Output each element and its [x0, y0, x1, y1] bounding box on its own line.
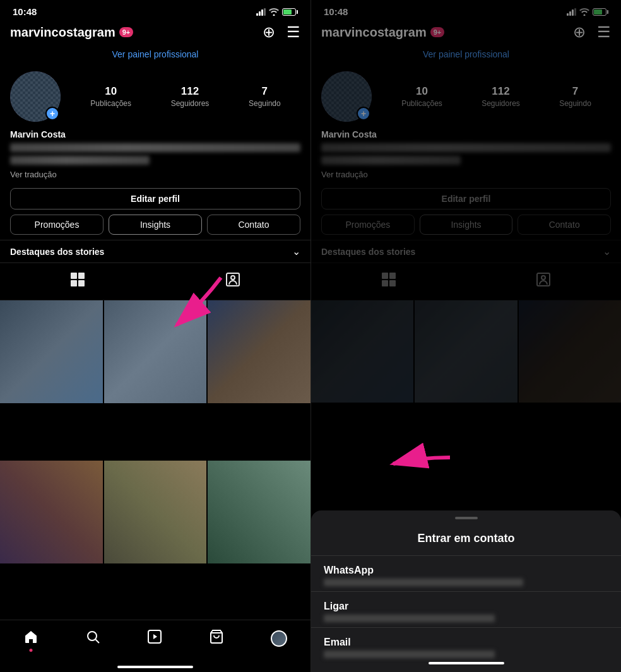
notification-badge-left[interactable]: 9+ [119, 27, 134, 37]
reels-icon [147, 629, 162, 644]
action-buttons-left: Editar perfil Promoções Insights Contato [0, 186, 310, 240]
right-phone-panel: 10:48 marvincostagram 9+ ⊕ ☰ [310, 0, 621, 672]
followers-label-left: Seguidores [171, 99, 210, 108]
header-icons-left: ⊕ ☰ [263, 25, 300, 40]
feed-cell-2[interactable] [104, 300, 207, 403]
insights-button-left[interactable]: Insights [109, 215, 202, 235]
svg-rect-2 [71, 280, 77, 286]
following-label-left: Seguindo [249, 99, 281, 108]
svg-marker-9 [153, 634, 157, 639]
feed-cell-1[interactable] [0, 300, 103, 403]
status-icons-left [256, 8, 298, 16]
ver-traducao-left[interactable]: Ver tradução [0, 167, 310, 186]
nav-profile-button-left[interactable] [264, 628, 293, 649]
svg-rect-1 [78, 273, 85, 279]
nav-home-button-left[interactable] [17, 627, 45, 651]
contact-option-whatsapp[interactable]: WhatsApp [311, 555, 621, 591]
username-text-left: marvincostagram [10, 25, 115, 40]
sheet-handle [455, 517, 478, 519]
stat-following-left[interactable]: 7 Seguindo [249, 85, 281, 108]
stat-followers-left[interactable]: 112 Seguidores [171, 85, 210, 108]
whatsapp-label: WhatsApp [324, 565, 608, 576]
destaques-row-left[interactable]: Destaques dos stories ⌄ [0, 240, 310, 262]
pro-panel-link-left[interactable]: Ver painel profissional [0, 46, 310, 66]
tab-icons-row-left [0, 262, 310, 300]
shop-icon [209, 629, 224, 644]
nav-shop-button-left[interactable] [203, 627, 230, 651]
destaques-label-left: Destaques dos stories [10, 247, 104, 257]
stats-row-left: 10 Publicações 112 Seguidores 7 Seguindo [71, 85, 300, 108]
feed-cell-5[interactable] [104, 461, 207, 563]
promocoes-button-left[interactable]: Promoções [10, 215, 104, 235]
home-indicator-right [429, 662, 504, 664]
pro-panel-anchor-left[interactable]: Ver painel profissional [112, 49, 199, 59]
profile-name-left: Marvin Costa [0, 129, 310, 142]
add-post-button-left[interactable]: ⊕ [263, 25, 275, 40]
posts-label-left: Publicações [90, 99, 131, 108]
feed-grid-left [0, 300, 310, 620]
svg-line-7 [96, 640, 100, 644]
tagged-tab-button-left[interactable] [215, 269, 251, 293]
ligar-label: Ligar [324, 601, 608, 612]
avatar-wrapper-left[interactable]: + [10, 71, 61, 122]
svg-rect-3 [78, 280, 85, 286]
contact-sheet: Entrar em contato WhatsApp Ligar Email [311, 510, 621, 672]
svg-point-6 [88, 632, 97, 640]
profile-header-left: marvincostagram 9+ ⊕ ☰ [0, 21, 310, 46]
nav-home-dot [30, 649, 33, 652]
left-phone-panel: 10:48 marvincostagram 9+ ⊕ ☰ [0, 0, 310, 672]
bottom-nav-left [0, 620, 310, 663]
search-icon [85, 629, 100, 644]
nav-search-button-left[interactable] [79, 627, 107, 651]
right-dim-overlay [311, 0, 621, 416]
btn-row-left: Promoções Insights Contato [10, 215, 300, 235]
bio-text-short-left [10, 156, 150, 165]
svg-point-5 [231, 276, 235, 280]
add-story-button-left[interactable]: + [45, 107, 59, 121]
svg-rect-0 [71, 273, 77, 279]
contact-sheet-title: Entrar em contato [311, 529, 621, 555]
home-icon [23, 629, 38, 644]
contact-option-ligar[interactable]: Ligar [311, 591, 621, 627]
battery-icon [282, 8, 298, 16]
time-left: 10:48 [13, 6, 37, 17]
chevron-down-icon-left: ⌄ [292, 245, 300, 257]
nav-avatar-left [271, 630, 287, 647]
stat-posts-left[interactable]: 10 Publicações [90, 85, 131, 108]
home-indicator-left [117, 666, 193, 668]
bio-text-left [10, 143, 300, 152]
contato-button-left[interactable]: Contato [207, 215, 300, 235]
email-label: Email [324, 637, 608, 648]
following-count-left: 7 [262, 85, 268, 98]
contact-option-email[interactable]: Email [311, 627, 621, 659]
wifi-icon [269, 8, 279, 16]
signal-icon [256, 8, 266, 16]
grid-tab-button-left[interactable] [60, 269, 95, 293]
nav-reels-button-left[interactable] [141, 627, 169, 651]
feed-cell-6[interactable] [208, 461, 310, 563]
edit-profile-button-left[interactable]: Editar perfil [10, 188, 300, 209]
feed-cell-4[interactable] [0, 461, 103, 563]
email-address [324, 651, 495, 658]
grid-icon-left [70, 272, 85, 287]
feed-cell-3[interactable] [208, 300, 310, 403]
menu-button-left[interactable]: ☰ [287, 25, 300, 40]
status-bar-left: 10:48 [0, 0, 310, 21]
profile-stats-left: + 10 Publicações 112 Seguidores 7 Seguin… [0, 66, 310, 129]
username-area-left: marvincostagram 9+ [10, 25, 133, 40]
posts-count-left: 10 [105, 85, 117, 98]
ligar-number [324, 615, 495, 622]
followers-count-left: 112 [181, 85, 199, 98]
person-icon-left [225, 272, 240, 287]
whatsapp-number [324, 579, 523, 586]
